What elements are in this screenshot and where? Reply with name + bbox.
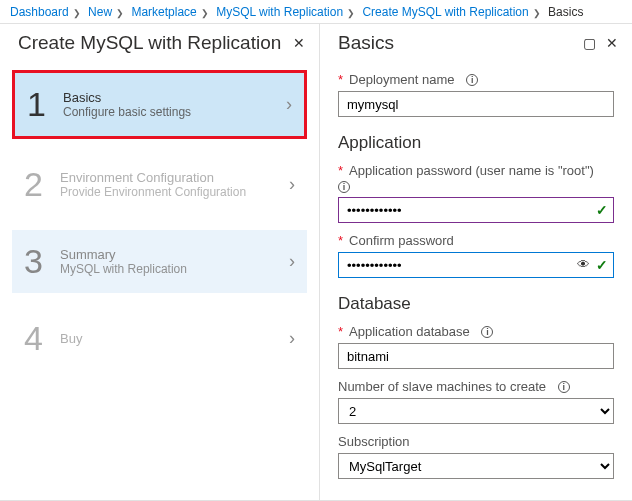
- wizard-step-environment[interactable]: 2 Environment Configuration Provide Envi…: [12, 153, 307, 216]
- application-section-header: Application: [338, 133, 614, 153]
- panel-title: Create MySQL with Replication: [18, 32, 281, 54]
- chevron-right-icon: ›: [286, 94, 292, 115]
- wizard-step-buy[interactable]: 4 Buy ›: [12, 307, 307, 370]
- maximize-icon[interactable]: ▢: [583, 35, 596, 51]
- info-icon[interactable]: i: [466, 74, 478, 86]
- chevron-right-icon: ›: [289, 251, 295, 272]
- step-subtitle: Provide Environment Configuration: [60, 185, 289, 199]
- info-icon[interactable]: i: [558, 381, 570, 393]
- breadcrumb-item[interactable]: Marketplace: [131, 5, 196, 19]
- step-title: Buy: [60, 331, 289, 346]
- step-number: 1: [27, 85, 63, 124]
- step-number: 3: [24, 242, 60, 281]
- breadcrumb-item[interactable]: MySQL with Replication: [216, 5, 343, 19]
- chevron-right-icon: ❯: [201, 8, 209, 18]
- confirm-password-input[interactable]: [338, 252, 614, 278]
- application-password-input[interactable]: [338, 197, 614, 223]
- breadcrumb-current: Basics: [548, 5, 583, 19]
- info-icon[interactable]: i: [481, 326, 493, 338]
- breadcrumb-item[interactable]: Dashboard: [10, 5, 69, 19]
- chevron-right-icon: ❯: [533, 8, 541, 18]
- step-number: 2: [24, 165, 60, 204]
- chevron-right-icon: ❯: [73, 8, 81, 18]
- checkmark-icon: ✓: [596, 202, 608, 218]
- wizard-step-basics[interactable]: 1 Basics Configure basic settings ›: [12, 70, 307, 139]
- subscription-label: Subscription: [338, 434, 614, 449]
- wizard-steps-panel: Create MySQL with Replication ✕ 1 Basics…: [0, 24, 320, 501]
- chevron-right-icon: ❯: [347, 8, 355, 18]
- basics-form-panel: Basics ▢ ✕ *Deployment name i Applicatio…: [320, 24, 632, 501]
- chevron-right-icon: ❯: [116, 8, 124, 18]
- step-title: Environment Configuration: [60, 170, 289, 185]
- checkmark-icon: ✓: [596, 257, 608, 273]
- slave-count-select[interactable]: 2: [338, 398, 614, 424]
- subscription-select[interactable]: MySqlTarget: [338, 453, 614, 479]
- database-section-header: Database: [338, 294, 614, 314]
- eye-icon[interactable]: 👁: [577, 257, 590, 272]
- panel-title: Basics: [338, 32, 394, 54]
- breadcrumb-item[interactable]: New: [88, 5, 112, 19]
- breadcrumb-item[interactable]: Create MySQL with Replication: [362, 5, 528, 19]
- step-subtitle: MySQL with Replication: [60, 262, 289, 276]
- slave-count-label: Number of slave machines to create i: [338, 379, 614, 394]
- deployment-name-input[interactable]: [338, 91, 614, 117]
- info-icon[interactable]: i: [338, 181, 350, 193]
- application-database-input[interactable]: [338, 343, 614, 369]
- step-number: 4: [24, 319, 60, 358]
- application-database-label: *Application database i: [338, 324, 614, 339]
- confirm-password-label: *Confirm password: [338, 233, 614, 248]
- application-password-label: *Application password (user name is "roo…: [338, 163, 614, 178]
- close-icon[interactable]: ✕: [293, 35, 305, 51]
- step-subtitle: Configure basic settings: [63, 105, 286, 119]
- chevron-right-icon: ›: [289, 328, 295, 349]
- breadcrumb: Dashboard❯ New❯ Marketplace❯ MySQL with …: [0, 0, 632, 24]
- chevron-right-icon: ›: [289, 174, 295, 195]
- close-icon[interactable]: ✕: [606, 35, 618, 51]
- step-title: Summary: [60, 247, 289, 262]
- wizard-step-summary[interactable]: 3 Summary MySQL with Replication ›: [12, 230, 307, 293]
- deployment-name-label: *Deployment name i: [338, 72, 614, 87]
- step-title: Basics: [63, 90, 286, 105]
- azure-portal-blade: Dashboard❯ New❯ Marketplace❯ MySQL with …: [0, 0, 632, 501]
